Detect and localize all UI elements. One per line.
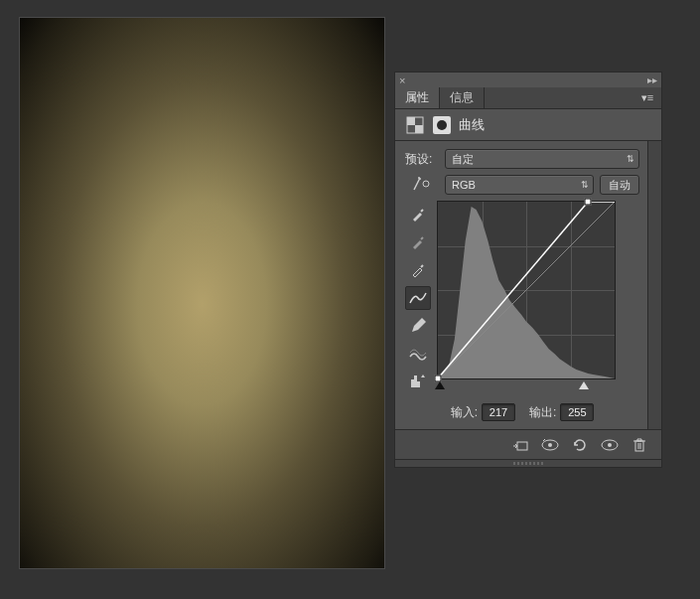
smooth-curve-icon[interactable]: [405, 342, 431, 366]
draw-curve-pencil-icon[interactable]: [405, 314, 431, 338]
svg-rect-8: [517, 442, 527, 450]
svg-rect-1: [407, 117, 415, 125]
curves-graph[interactable]: [437, 201, 616, 379]
gray-point-eyedropper-icon[interactable]: [405, 230, 431, 254]
adjustment-header: 曲线: [395, 109, 661, 141]
chevron-updown-icon: ⇅: [581, 180, 589, 190]
trash-icon[interactable]: [626, 434, 653, 456]
panel-footer: [395, 429, 661, 459]
reset-icon[interactable]: [566, 434, 594, 456]
curve-point-highlight[interactable]: [585, 199, 592, 206]
white-point-eyedropper-icon[interactable]: [405, 258, 431, 282]
target-adjust-icon[interactable]: [412, 176, 432, 195]
panel-scrollbar[interactable]: [647, 141, 661, 429]
curves-adjustment-icon: [405, 115, 425, 135]
view-previous-icon[interactable]: [536, 434, 564, 456]
input-field[interactable]: 217: [482, 403, 515, 421]
auto-button[interactable]: 自动: [600, 175, 639, 195]
channel-value: RGB: [452, 179, 476, 191]
chevron-updown-icon: ⇅: [627, 154, 634, 164]
document-canvas[interactable]: [19, 17, 385, 569]
clip-to-layer-icon[interactable]: [506, 434, 534, 456]
black-input-slider[interactable]: [435, 381, 445, 389]
tab-info[interactable]: 信息: [440, 87, 485, 108]
preset-label: 预设:: [405, 151, 439, 168]
panel-menu-icon[interactable]: ▾≡: [633, 87, 661, 108]
svg-rect-2: [415, 125, 423, 133]
collapse-icon[interactable]: ▸▸: [647, 75, 657, 85]
clip-histogram-icon[interactable]: [405, 370, 431, 393]
svg-rect-13: [635, 441, 643, 451]
panel-resize-grip[interactable]: [395, 459, 661, 467]
input-label: 输入:: [451, 404, 478, 421]
curves-tools: [405, 203, 431, 393]
channel-select[interactable]: RGB ⇅: [445, 175, 594, 195]
panel-tabs: 属性 信息 ▾≡: [395, 87, 661, 109]
black-point-eyedropper-icon[interactable]: [405, 203, 431, 226]
edit-points-tool-icon[interactable]: [405, 286, 431, 310]
svg-point-10: [548, 443, 552, 447]
white-input-slider[interactable]: [579, 381, 589, 389]
properties-panel: × ▸▸ 属性 信息 ▾≡ 曲线 预设: 自定 ⇅: [394, 72, 662, 468]
svg-point-3: [423, 181, 429, 187]
adjustment-title: 曲线: [459, 116, 485, 134]
tab-properties[interactable]: 属性: [395, 87, 440, 108]
visibility-eye-icon[interactable]: [596, 434, 624, 456]
output-label: 输出:: [529, 404, 556, 421]
svg-point-12: [608, 443, 612, 447]
close-icon[interactable]: ×: [399, 75, 405, 86]
preset-value: 自定: [452, 152, 474, 167]
output-field[interactable]: 255: [560, 403, 594, 421]
input-range-slider[interactable]: [437, 381, 616, 391]
panel-topbar: × ▸▸: [395, 72, 661, 87]
preset-select[interactable]: 自定 ⇅: [445, 149, 639, 169]
mask-icon[interactable]: [433, 116, 451, 134]
